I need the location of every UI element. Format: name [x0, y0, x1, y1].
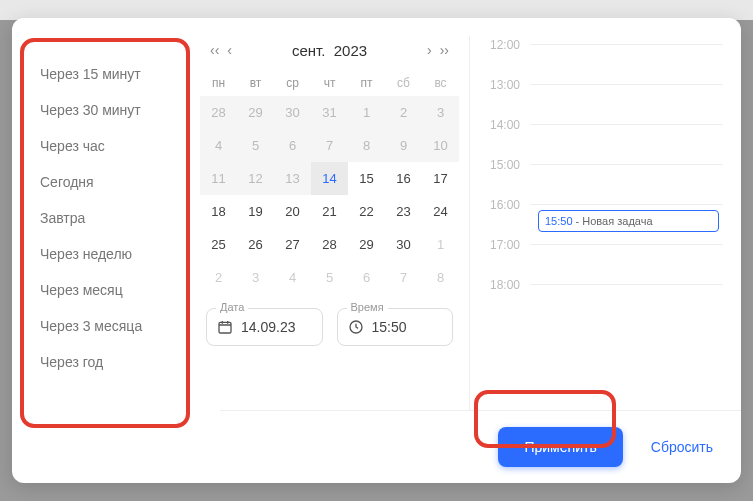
calendar-day[interactable]: 4 — [200, 129, 237, 162]
calendar-day[interactable]: 14 — [311, 162, 348, 195]
timeline-event[interactable]: 15:50 - Новая задача — [538, 210, 719, 232]
calendar-day[interactable]: 24 — [422, 195, 459, 228]
dow-label: чт — [311, 70, 348, 96]
calendar-day[interactable]: 30 — [274, 96, 311, 129]
calendar-day[interactable]: 12 — [237, 162, 274, 195]
event-time: 15:50 — [545, 215, 573, 227]
calendar-day[interactable]: 10 — [422, 129, 459, 162]
dow-label: пн — [200, 70, 237, 96]
calendar-day[interactable]: 19 — [237, 195, 274, 228]
year-label: 2023 — [334, 42, 367, 59]
calendar-day[interactable]: 4 — [274, 261, 311, 294]
timeline-row: 12:00 — [470, 36, 723, 76]
timeline-hour-label: 14:00 — [470, 116, 530, 132]
date-field[interactable]: Дата 14.09.23 — [206, 308, 323, 346]
timeline-row: 14:00 — [470, 116, 723, 156]
calendar-day[interactable]: 22 — [348, 195, 385, 228]
calendar-day[interactable]: 7 — [385, 261, 422, 294]
calendar-day[interactable]: 6 — [274, 129, 311, 162]
calendar-day[interactable]: 17 — [422, 162, 459, 195]
apply-button[interactable]: Применить — [498, 427, 622, 467]
modal-body: Через 15 минутЧерез 30 минутЧерез часСег… — [12, 18, 741, 410]
calendar-day[interactable]: 26 — [237, 228, 274, 261]
calendar-day[interactable]: 29 — [237, 96, 274, 129]
calendar-day[interactable]: 6 — [348, 261, 385, 294]
reset-button[interactable]: Сбросить — [651, 439, 713, 455]
calendar-day[interactable]: 28 — [311, 228, 348, 261]
calendar-day[interactable]: 21 — [311, 195, 348, 228]
calendar-header: ‹‹ ‹ сент. 2023 › ›› — [200, 36, 459, 70]
calendar-days-grid: 2829303112345678910111213141516171819202… — [200, 96, 459, 294]
timeline-hour-label: 13:00 — [470, 76, 530, 92]
date-time-inputs: Дата 14.09.23 Время 15:50 — [200, 294, 459, 346]
preset-item[interactable]: Через год — [40, 344, 190, 380]
calendar-day[interactable]: 11 — [200, 162, 237, 195]
time-field[interactable]: Время 15:50 — [337, 308, 454, 346]
event-separator: - — [573, 215, 583, 227]
calendar-day[interactable]: 30 — [385, 228, 422, 261]
calendar-day[interactable]: 23 — [385, 195, 422, 228]
preset-item[interactable]: Через неделю — [40, 236, 190, 272]
time-field-label: Время — [347, 301, 388, 313]
calendar-day[interactable]: 15 — [348, 162, 385, 195]
preset-list: Через 15 минутЧерез 30 минутЧерез часСег… — [12, 36, 190, 410]
calendar-day[interactable]: 3 — [237, 261, 274, 294]
prev-month-button[interactable]: ‹ — [223, 40, 236, 60]
calendar-day[interactable]: 2 — [200, 261, 237, 294]
preset-item[interactable]: Через месяц — [40, 272, 190, 308]
preset-item[interactable]: Через час — [40, 128, 190, 164]
clock-icon — [348, 319, 364, 335]
preset-item[interactable]: Завтра — [40, 200, 190, 236]
last-month-button[interactable]: ›› — [436, 40, 453, 60]
dow-label: вс — [422, 70, 459, 96]
calendar-day[interactable]: 29 — [348, 228, 385, 261]
calendar-day[interactable]: 28 — [200, 96, 237, 129]
month-label: сент. — [292, 42, 326, 59]
modal-footer: Применить Сбросить — [220, 410, 741, 483]
calendar-day[interactable]: 1 — [348, 96, 385, 129]
day-of-week-row: пнвтсрчтптсбвс — [200, 70, 459, 96]
timeline-gridline — [530, 84, 723, 85]
calendar-title: сент. 2023 — [236, 42, 423, 59]
timeline-gridline — [530, 124, 723, 125]
calendar-day[interactable]: 9 — [385, 129, 422, 162]
calendar-day[interactable]: 5 — [311, 261, 348, 294]
timeline-hour-label: 12:00 — [470, 36, 530, 52]
preset-item[interactable]: Через 30 минут — [40, 92, 190, 128]
calendar-day[interactable]: 31 — [311, 96, 348, 129]
calendar-day[interactable]: 3 — [422, 96, 459, 129]
time-value: 15:50 — [372, 319, 407, 335]
dow-label: ср — [274, 70, 311, 96]
calendar-day[interactable]: 8 — [422, 261, 459, 294]
calendar-day[interactable]: 25 — [200, 228, 237, 261]
timeline-gridline — [530, 44, 723, 45]
first-month-button[interactable]: ‹‹ — [206, 40, 223, 60]
calendar-day[interactable]: 8 — [348, 129, 385, 162]
timeline-row: 15:00 — [470, 156, 723, 196]
calendar-icon — [217, 319, 233, 335]
calendar-day[interactable]: 18 — [200, 195, 237, 228]
calendar-day[interactable]: 27 — [274, 228, 311, 261]
dow-label: вт — [237, 70, 274, 96]
calendar-panel: ‹‹ ‹ сент. 2023 › ›› пнвтсрчтптсбвс 2829… — [190, 36, 470, 410]
calendar-day[interactable]: 20 — [274, 195, 311, 228]
next-month-button[interactable]: › — [423, 40, 436, 60]
calendar-day[interactable]: 7 — [311, 129, 348, 162]
preset-item[interactable]: Через 3 месяца — [40, 308, 190, 344]
calendar-day[interactable]: 16 — [385, 162, 422, 195]
timeline-panel: 15:50 - Новая задача 12:0013:0014:0015:0… — [470, 36, 741, 410]
calendar-day[interactable]: 13 — [274, 162, 311, 195]
preset-item[interactable]: Через 15 минут — [40, 56, 190, 92]
timeline-hour-label: 15:00 — [470, 156, 530, 172]
calendar-day[interactable]: 2 — [385, 96, 422, 129]
timeline-gridline — [530, 244, 723, 245]
calendar-day[interactable]: 5 — [237, 129, 274, 162]
timeline-hour-label: 17:00 — [470, 236, 530, 252]
calendar-day[interactable]: 1 — [422, 228, 459, 261]
background-toolbar — [0, 0, 753, 20]
preset-item[interactable]: Сегодня — [40, 164, 190, 200]
dow-label: сб — [385, 70, 422, 96]
timeline-row: 17:00 — [470, 236, 723, 276]
timeline-row: 18:00 — [470, 276, 723, 316]
timeline-gridline — [530, 204, 723, 205]
